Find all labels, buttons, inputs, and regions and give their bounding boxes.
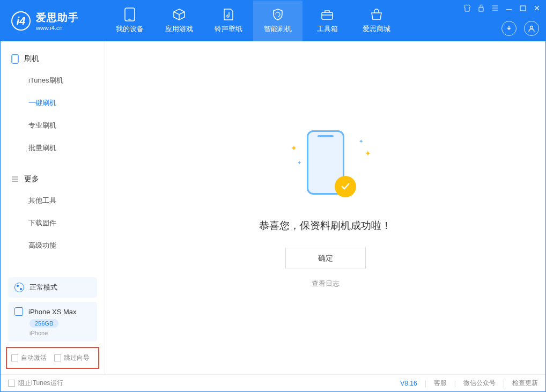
tab-flash[interactable]: 智能刷机 <box>253 1 302 41</box>
checkbox-label: 跳过向导 <box>64 353 90 363</box>
tab-label: 工具箱 <box>317 24 338 34</box>
mode-label: 正常模式 <box>29 283 57 292</box>
sidebar-item-advanced[interactable]: 高级功能 <box>1 234 105 257</box>
success-message: 恭喜您，保资料刷机成功啦！ <box>259 219 392 233</box>
minimize-icon[interactable] <box>505 4 513 12</box>
success-illustration: ✦ ✦ ✦ ✦ <box>291 128 360 203</box>
app-header: i4 爱思助手 www.i4.cn 我的设备 应用游戏 铃声壁纸 智能刷机 <box>1 1 545 41</box>
menu-icon[interactable] <box>491 4 499 12</box>
checkbox-skip-guide[interactable]: 跳过向导 <box>54 353 90 363</box>
sidebar: 刷机 iTunes刷机 一键刷机 专业刷机 批量刷机 更多 其他工具 下载固件 … <box>1 41 105 374</box>
toolbox-icon <box>321 8 334 21</box>
phone-icon <box>11 54 19 64</box>
tab-label: 我的设备 <box>116 24 144 34</box>
sparkle-icon: ✦ <box>365 149 371 158</box>
success-check-icon <box>335 176 356 197</box>
tab-apps[interactable]: 应用游戏 <box>154 1 204 41</box>
tab-store[interactable]: 爱思商城 <box>352 1 401 41</box>
close-icon[interactable] <box>533 4 541 12</box>
mode-icon <box>14 283 24 292</box>
svg-rect-1 <box>128 19 131 20</box>
section-title: 刷机 <box>24 54 39 64</box>
store-icon <box>370 8 383 21</box>
svg-point-5 <box>530 26 533 29</box>
checkbox-icon <box>11 354 18 361</box>
tab-label: 应用游戏 <box>165 24 193 34</box>
device-name: iPhone XS Max <box>28 308 77 316</box>
checkbox-label: 自动激活 <box>21 353 47 363</box>
svg-rect-4 <box>520 6 526 11</box>
block-itunes-label[interactable]: 阻止iTunes运行 <box>18 379 63 388</box>
sidebar-item-download-firmware[interactable]: 下载固件 <box>1 212 105 234</box>
view-log-link[interactable]: 查看日志 <box>312 279 340 289</box>
music-file-icon <box>222 8 235 21</box>
maximize-icon[interactable] <box>519 4 527 12</box>
footer: 阻止iTunes运行 V8.16 | 客服 | 微信公众号 | 检查更新 <box>1 374 545 391</box>
cube-icon <box>173 8 186 21</box>
sidebar-section-flash: 刷机 <box>1 51 105 67</box>
list-icon <box>11 176 19 182</box>
logo-area: i4 爱思助手 www.i4.cn <box>1 11 105 31</box>
main-content: ✦ ✦ ✦ ✦ 恭喜您，保资料刷机成功啦！ 确定 查看日志 <box>105 41 545 374</box>
svg-rect-6 <box>12 55 18 63</box>
device-icon <box>123 8 136 21</box>
lock-icon[interactable] <box>477 4 485 12</box>
device-capacity: 256GB <box>29 319 58 328</box>
device-card[interactable]: iPhone XS Max 256GB iPhone <box>8 302 97 342</box>
sidebar-item-pro-flash[interactable]: 专业刷机 <box>1 114 105 137</box>
checkbox-auto-activate[interactable]: 自动激活 <box>11 353 47 363</box>
highlighted-options: 自动激活 跳过向导 <box>6 347 99 369</box>
tab-label: 爱思商城 <box>363 24 390 34</box>
svg-rect-3 <box>479 8 483 11</box>
device-type: iPhone <box>29 330 91 336</box>
update-link[interactable]: 检查更新 <box>512 379 538 388</box>
sparkle-icon: ✦ <box>291 144 297 152</box>
user-button[interactable] <box>524 21 539 36</box>
checkbox-icon[interactable] <box>8 380 15 387</box>
sidebar-item-batch-flash[interactable]: 批量刷机 <box>1 137 105 159</box>
app-logo-icon: i4 <box>11 11 31 31</box>
tab-my-device[interactable]: 我的设备 <box>105 1 154 41</box>
dot-icon: ✦ <box>297 160 301 166</box>
download-button[interactable] <box>501 21 517 36</box>
sidebar-item-other-tools[interactable]: 其他工具 <box>1 189 105 212</box>
sidebar-section-more: 更多 <box>1 171 105 187</box>
wechat-link[interactable]: 微信公众号 <box>463 379 496 388</box>
mode-indicator[interactable]: 正常模式 <box>8 277 97 298</box>
tab-toolbox[interactable]: 工具箱 <box>302 1 352 41</box>
app-title: 爱思助手 <box>36 11 79 25</box>
sidebar-item-oneclick-flash[interactable]: 一键刷机 <box>1 92 105 114</box>
tshirt-icon[interactable] <box>463 4 471 12</box>
sidebar-item-itunes-flash[interactable]: iTunes刷机 <box>1 69 105 92</box>
tab-label: 铃声壁纸 <box>215 24 242 34</box>
dot-icon: ✦ <box>359 138 363 144</box>
shield-refresh-icon <box>271 8 284 21</box>
support-link[interactable]: 客服 <box>434 379 447 388</box>
tab-ringtones[interactable]: 铃声壁纸 <box>204 1 253 41</box>
section-title: 更多 <box>24 174 39 184</box>
confirm-button[interactable]: 确定 <box>285 248 366 269</box>
phone-small-icon <box>14 307 23 316</box>
version-label: V8.16 <box>400 380 417 387</box>
svg-rect-2 <box>322 12 333 19</box>
app-url: www.i4.cn <box>36 25 79 31</box>
tab-label: 智能刷机 <box>264 24 292 34</box>
checkbox-icon <box>54 354 61 361</box>
